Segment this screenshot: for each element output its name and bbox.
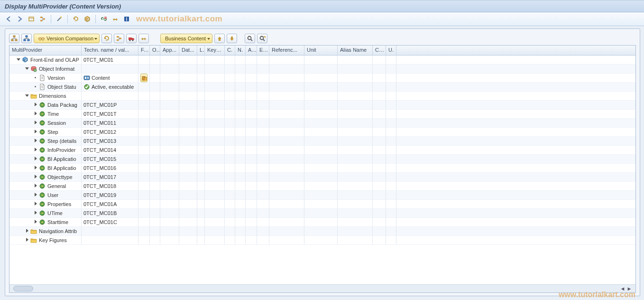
tree-cell[interactable]: Time <box>9 110 82 118</box>
move-down-button[interactable] <box>227 34 237 43</box>
expander-closed-icon[interactable] <box>33 175 38 179</box>
tree-cell[interactable]: UTime <box>9 209 82 217</box>
refresh-icon[interactable] <box>71 14 81 24</box>
tree-row[interactable]: Step (details0TCT_MC013 <box>9 137 635 146</box>
tree-row[interactable]: Objecttype0TCT_MC017 <box>9 173 635 182</box>
expander-closed-icon[interactable] <box>33 193 38 197</box>
tree-cell[interactable]: Object Informat <box>9 65 82 73</box>
column-header-c[interactable]: C. <box>225 46 235 55</box>
expander-open-icon[interactable] <box>25 94 29 98</box>
column-header-o[interactable]: O. <box>150 46 160 55</box>
swap-button[interactable] <box>138 34 149 43</box>
column-header-ref[interactable]: Referenc... <box>269 46 304 55</box>
column-header-dat[interactable]: Dat... <box>179 46 197 55</box>
column-header-u[interactable]: U. <box>386 46 396 55</box>
cube-icon[interactable] <box>83 14 92 24</box>
tree-row[interactable]: VersionContent <box>9 74 635 83</box>
column-header-tech[interactable]: Techn. name / val... <box>82 46 138 55</box>
tree-cell[interactable]: BI Applicatio <box>9 164 82 172</box>
expander-closed-icon[interactable] <box>33 211 38 216</box>
expander-open-icon[interactable] <box>16 57 21 62</box>
tree-cell[interactable]: Objecttype <box>9 173 82 181</box>
tree-cell[interactable]: Step (details <box>9 137 82 145</box>
column-header-alias[interactable]: Alias Name <box>338 46 373 55</box>
column-header-l[interactable]: L <box>197 46 205 55</box>
tree-row[interactable]: Dimensions <box>9 92 635 101</box>
hierarchy-button[interactable] <box>9 34 19 43</box>
business-content-button[interactable]: Business Content <box>160 34 212 43</box>
find-button[interactable] <box>245 34 255 43</box>
tree-row[interactable]: Object StatuActive, executable <box>9 83 635 92</box>
expander-closed-icon[interactable] <box>33 220 38 225</box>
tree-row[interactable]: Object Informat <box>9 65 635 74</box>
expander-open-icon[interactable] <box>25 66 29 71</box>
tree-cell[interactable]: Version <box>9 74 82 82</box>
tree-cell[interactable]: Data Packag <box>9 101 82 109</box>
tree-cell[interactable]: General <box>9 182 82 190</box>
tree-cell[interactable]: Step <box>9 128 82 136</box>
tree-cell[interactable]: Dimensions <box>9 92 82 100</box>
expander-closed-icon[interactable] <box>33 184 38 188</box>
column-header-a[interactable]: A.. <box>246 46 257 55</box>
expander-closed-icon[interactable] <box>33 121 38 125</box>
column-header-n[interactable]: N. <box>235 46 246 55</box>
tree-row[interactable]: InfoProvider0TCT_MC014 <box>9 146 635 155</box>
tree-row[interactable]: UTime0TCT_MC01B <box>9 209 635 218</box>
tree-row[interactable]: Session0TCT_MC011 <box>9 119 635 128</box>
expander-closed-icon[interactable] <box>33 202 38 206</box>
column-header-key[interactable]: Key ... <box>205 46 225 55</box>
tree-cell[interactable]: User <box>9 191 82 199</box>
tree-row[interactable]: BI Applicatio0TCT_MC015 <box>9 155 635 164</box>
expander-closed-icon[interactable] <box>33 148 38 152</box>
tree-button[interactable] <box>114 34 124 43</box>
tree-cell[interactable]: Front-End and OLAP <box>9 56 82 64</box>
tree-cell[interactable]: Session <box>9 119 82 127</box>
tree-cell[interactable]: Starttime <box>9 218 82 226</box>
expander-closed-icon[interactable] <box>33 103 38 107</box>
nav-forward-button[interactable] <box>15 14 25 24</box>
tree-row[interactable]: Time0TCT_MC01T <box>9 110 635 119</box>
tree-row[interactable]: Properties0TCT_MC01A <box>9 200 635 209</box>
column-header-f[interactable]: F... <box>138 46 150 55</box>
tree-cell[interactable]: Properties <box>9 200 82 208</box>
version-comparison-button[interactable]: Version Comparison <box>34 34 100 43</box>
expander-closed-icon[interactable] <box>25 229 29 234</box>
expander-closed-icon[interactable] <box>33 112 38 116</box>
move-up-button[interactable] <box>214 34 225 43</box>
tree-row[interactable]: Data Packag0TCT_MC01P <box>9 101 635 110</box>
nav-back-button[interactable] <box>4 14 13 24</box>
column-header-cc[interactable]: C... <box>373 46 386 55</box>
column-header-e[interactable]: E... <box>257 46 269 55</box>
wand-icon[interactable] <box>55 14 64 24</box>
scroll-thumb[interactable] <box>13 286 33 291</box>
link-icon[interactable] <box>99 14 109 24</box>
tree-row[interactable]: General0TCT_MC018 <box>9 182 635 191</box>
expander-closed-icon[interactable] <box>33 157 38 161</box>
compare-action-button[interactable] <box>140 74 147 82</box>
info-icon[interactable] <box>122 14 131 24</box>
find-next-button[interactable] <box>257 34 267 43</box>
tree-row[interactable]: Step0TCT_MC012 <box>9 128 635 137</box>
hierarchy-blue-button[interactable] <box>21 34 32 43</box>
tree-cell[interactable]: BI Applicatio <box>9 155 82 163</box>
column-header-app[interactable]: App... <box>160 46 179 55</box>
tree-row[interactable]: Front-End and OLAP0TCT_MC01 <box>9 56 635 65</box>
tree-row[interactable]: Navigation Attrib <box>9 227 635 236</box>
tree-row[interactable]: User0TCT_MC019 <box>9 191 635 200</box>
expander-closed-icon[interactable] <box>33 166 38 170</box>
horizontal-scrollbar[interactable]: ◄ ► <box>9 284 635 292</box>
link-out-icon[interactable] <box>110 14 120 24</box>
expander-closed-icon[interactable] <box>33 139 38 143</box>
expander-closed-icon[interactable] <box>25 238 29 243</box>
transport-button[interactable] <box>126 34 137 43</box>
refresh-button[interactable] <box>101 34 112 43</box>
tree-cell[interactable]: Navigation Attrib <box>9 227 82 235</box>
window-icon[interactable] <box>27 14 36 24</box>
tree-row[interactable]: Starttime0TCT_MC01C <box>9 218 635 227</box>
tree-cell[interactable]: InfoProvider <box>9 146 82 154</box>
column-header-unit[interactable]: Unit <box>304 46 338 55</box>
column-header-name[interactable]: MultiProvider <box>9 46 82 55</box>
expander-closed-icon[interactable] <box>33 130 38 134</box>
tree-cell[interactable]: Key Figures <box>9 236 82 244</box>
tree-icon[interactable] <box>38 14 47 24</box>
